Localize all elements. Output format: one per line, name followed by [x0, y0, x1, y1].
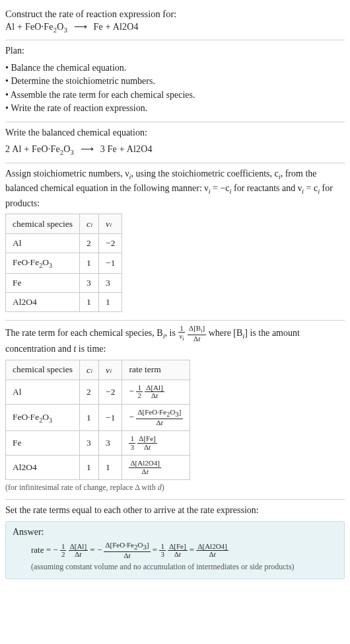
col-rateterm: rate term: [122, 360, 190, 380]
eq-sub2: 3: [63, 26, 67, 33]
text: The rate term for each chemical species,…: [5, 328, 163, 338]
den: Δt: [143, 444, 152, 452]
text: is time:: [76, 344, 106, 354]
cell-rateterm: − 12 Δ[Al]Δt: [122, 380, 190, 404]
rateterm-note: (for infinitesimal rate of change, repla…: [5, 483, 345, 493]
table-row: Al2O4 1 1: [6, 292, 122, 311]
bal-sub2: 3: [71, 149, 74, 156]
cell-ci: 2: [80, 234, 99, 253]
reaction-arrow-icon: ⟶: [70, 22, 91, 32]
den: Δt: [207, 551, 217, 559]
balanced-section: Write the balanced chemical equation: 2 …: [5, 122, 345, 163]
text: = c: [304, 183, 318, 193]
cell-species: Al2O4: [6, 292, 80, 311]
den: Δt: [73, 551, 83, 559]
den: Δt: [173, 551, 182, 559]
sub: i: [182, 337, 184, 342]
frac: Δ[Al]Δt: [69, 543, 88, 559]
den: 3: [159, 551, 166, 559]
nui-label: νᵢ: [106, 219, 111, 229]
text: for reactants and ν: [231, 183, 302, 193]
plan-bullet: • Assemble the rate term for each chemic…: [5, 89, 345, 102]
ci-label: cᵢ: [87, 365, 92, 375]
num: 1: [129, 435, 135, 444]
plan-bullet: • Determine the stoichiometric numbers.: [5, 75, 345, 88]
frac: Δ[FeO·Fe2O3] Δt: [136, 409, 182, 426]
den: Δt: [155, 419, 164, 427]
cell-ci: 3: [80, 431, 99, 456]
den: Δt: [141, 468, 150, 476]
num: Δ[FeO·Fe2O3]: [136, 409, 182, 419]
frac-dbi-dt: Δ[Bi] Δt: [188, 325, 206, 342]
equals: =: [153, 545, 160, 555]
text: Assign stoichiometric numbers, ν: [5, 169, 129, 179]
text: , using the stoichiometric coefficients,…: [131, 169, 278, 179]
cell-ci: 1: [80, 253, 99, 274]
text: = −c: [211, 183, 230, 193]
minus: −: [129, 412, 136, 422]
eq-mid: O: [57, 22, 63, 32]
cell-rateterm: 13 Δ[Fe]Δt: [122, 431, 190, 456]
den: Δt: [150, 392, 159, 400]
text: FeO·Fe: [13, 412, 39, 422]
table-row: FeO·Fe2O3 1 −1 − Δ[FeO·Fe2O3] Δt: [6, 404, 190, 430]
cell-nui: 3: [99, 273, 122, 292]
frac: Δ[Al]Δt: [145, 384, 164, 400]
bal-lhs: 2 Al + FeO·Fe: [5, 144, 60, 154]
bal-mid: O: [63, 144, 70, 154]
cell-species: Al2O4: [6, 456, 80, 480]
answer-label: Answer:: [13, 527, 337, 538]
stoich-section: Assign stoichiometric numbers, νi, using…: [5, 163, 345, 321]
table-row: Al 2 −2 − 12 Δ[Al]Δt: [6, 380, 190, 404]
cell-species: Al: [6, 234, 80, 253]
bal-rhs: 3 Fe + Al2O4: [100, 144, 153, 154]
cell-species: FeO·Fe2O3: [6, 253, 80, 274]
balanced-title: Write the balanced chemical equation:: [5, 126, 345, 140]
den: 3: [129, 444, 135, 452]
frac: Δ[Fe]Δt: [168, 543, 187, 559]
sub: 3: [49, 262, 52, 269]
text: ]: [179, 408, 182, 416]
text: ]: [147, 541, 149, 549]
reaction-arrow-icon: ⟶: [77, 144, 98, 154]
table-row: Fe 3 3 13 Δ[Fe]Δt: [6, 431, 190, 456]
rateterm-section: The rate term for each chemical species,…: [5, 321, 345, 501]
text: , is: [165, 328, 178, 338]
equals: =: [190, 545, 197, 555]
table-row: FeO·Fe2O3 1 −1: [6, 253, 122, 274]
col-ci: cᵢ: [80, 360, 99, 380]
cell-nui: −2: [99, 380, 122, 404]
question-section: Construct the rate of reaction expressio…: [5, 4, 345, 40]
col-ci: cᵢ: [80, 214, 99, 234]
frac: 12: [136, 384, 143, 400]
text: ]: [202, 324, 205, 332]
col-species: chemical species: [6, 214, 80, 234]
cell-species: Fe: [6, 273, 80, 292]
table-header-row: chemical species cᵢ νᵢ rate term: [6, 360, 190, 380]
cell-rateterm: Δ[Al2O4]Δt: [122, 456, 190, 480]
answer-note: (assuming constant volume and no accumul…: [13, 562, 337, 572]
text: where [B: [209, 328, 243, 338]
plan-title: Plan:: [5, 44, 345, 58]
den: 2: [60, 551, 67, 559]
table-row: Al 2 −2: [6, 234, 122, 253]
col-nui: νᵢ: [99, 360, 122, 380]
cell-ci: 2: [80, 380, 99, 404]
rate-word: rate = −: [31, 545, 60, 555]
eq-lhs: Al + FeO·Fe: [5, 22, 53, 32]
plan-bullet: • Balance the chemical equation.: [5, 61, 345, 75]
minus: −: [129, 386, 136, 396]
num: Δ[FeO·Fe2O3]: [104, 542, 150, 552]
final-section: Set the rate terms equal to each other t…: [5, 500, 345, 586]
plan-section: Plan: • Balance the chemical equation. •…: [5, 40, 345, 122]
unbalanced-equation: Al + FeO·Fe2O3 ⟶ Fe + Al2O4: [5, 21, 345, 34]
text: Δ[FeO·Fe: [137, 408, 166, 416]
cell-ci: 1: [80, 404, 99, 430]
cell-nui: −1: [99, 404, 122, 430]
equals: = −: [90, 545, 104, 555]
cell-species: FeO·Fe2O3: [6, 404, 80, 430]
den: Δt: [122, 552, 131, 560]
question-title: Construct the rate of reaction expressio…: [5, 8, 345, 21]
frac: 13: [129, 435, 135, 451]
plan-bullet: • Write the rate of reaction expression.: [5, 102, 345, 115]
